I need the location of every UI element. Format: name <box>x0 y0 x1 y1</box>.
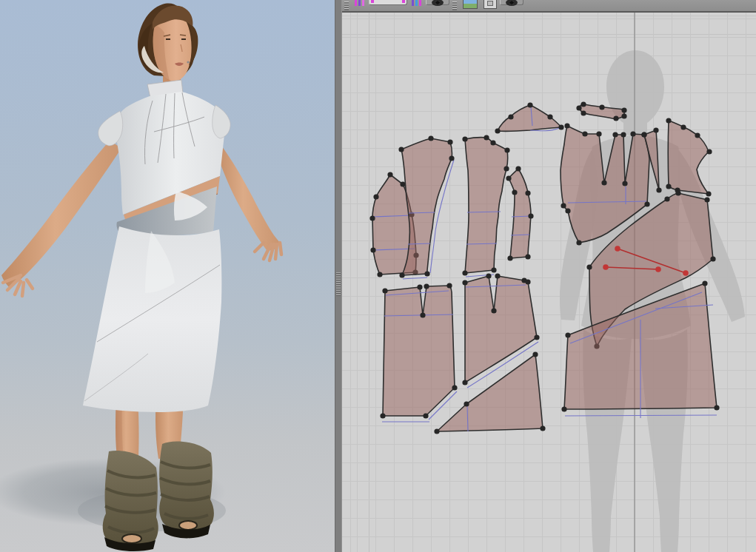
pattern-point[interactable] <box>561 406 566 411</box>
pattern-point[interactable] <box>547 114 552 119</box>
pattern-point[interactable] <box>558 124 563 129</box>
pattern-point[interactable] <box>666 184 671 189</box>
pattern-point[interactable] <box>714 405 719 410</box>
pattern-point[interactable] <box>581 101 586 107</box>
mark-point[interactable] <box>683 270 689 276</box>
pattern-point[interactable] <box>452 385 457 390</box>
pattern-point[interactable] <box>620 132 626 137</box>
pattern-point[interactable] <box>622 181 627 186</box>
pattern-piece-collar-crescent[interactable] <box>495 102 563 133</box>
pattern-point[interactable] <box>504 147 509 152</box>
pattern-point[interactable] <box>564 123 569 128</box>
pattern-point[interactable] <box>656 187 661 192</box>
pattern-point[interactable] <box>599 104 604 110</box>
pattern-point[interactable] <box>373 194 378 199</box>
pattern-point[interactable] <box>491 267 496 272</box>
pattern-point[interactable] <box>706 191 711 196</box>
pattern-point[interactable] <box>369 215 375 221</box>
pattern-piece-back-bodice-right[interactable] <box>666 118 712 196</box>
pattern-point[interactable] <box>423 413 428 418</box>
pattern-canvas[interactable] <box>342 13 756 552</box>
pattern-point[interactable] <box>462 270 467 275</box>
pattern-point[interactable] <box>710 256 715 261</box>
pattern-tool-group-a[interactable] <box>352 0 367 5</box>
mark-point[interactable] <box>603 264 609 270</box>
pattern-point[interactable] <box>462 280 467 285</box>
3d-viewport[interactable] <box>0 0 335 552</box>
pattern-point[interactable] <box>399 272 404 277</box>
pattern-point[interactable] <box>428 135 433 141</box>
pattern-point[interactable] <box>664 196 669 201</box>
pattern-point[interactable] <box>417 284 422 289</box>
pattern-point[interactable] <box>490 140 495 145</box>
active-tool-button[interactable] <box>369 0 407 5</box>
pattern-point[interactable] <box>449 155 454 161</box>
splitter-grip-icon[interactable] <box>336 272 341 296</box>
pattern-point[interactable] <box>666 118 671 123</box>
pattern-point[interactable] <box>653 127 658 132</box>
piece-outline[interactable] <box>465 138 508 273</box>
pattern-point[interactable] <box>528 213 533 218</box>
pattern-piece-skirt-front-left[interactable] <box>380 283 457 422</box>
pattern-point[interactable] <box>582 131 587 136</box>
pattern-point[interactable] <box>380 413 385 418</box>
piece-outline[interactable] <box>401 138 452 275</box>
pattern-point[interactable] <box>702 280 707 286</box>
view-splitter[interactable] <box>335 0 342 552</box>
pattern-tool-group-b[interactable] <box>409 0 424 5</box>
pattern-piece-side-front-right[interactable] <box>506 166 533 260</box>
pattern-point[interactable] <box>491 308 496 313</box>
pattern-point[interactable] <box>621 113 626 118</box>
pattern-point[interactable] <box>508 114 513 119</box>
panel-window-button[interactable] <box>481 0 498 5</box>
pattern-point[interactable] <box>675 190 680 195</box>
pattern-point[interactable] <box>398 147 404 152</box>
pattern-point[interactable] <box>641 132 646 137</box>
pattern-point[interactable] <box>532 351 538 357</box>
pattern-point[interactable] <box>447 139 452 144</box>
pattern-point[interactable] <box>601 180 606 185</box>
pattern-point[interactable] <box>565 208 570 213</box>
pattern-point[interactable] <box>525 190 530 195</box>
pattern-point[interactable] <box>434 428 439 434</box>
pattern-point[interactable] <box>424 283 429 289</box>
pattern-point[interactable] <box>515 166 521 171</box>
pattern-point[interactable] <box>630 131 635 136</box>
pattern-point[interactable] <box>576 240 581 245</box>
pattern-point[interactable] <box>704 197 709 202</box>
piece-outline[interactable] <box>383 286 455 416</box>
pattern-point[interactable] <box>462 380 467 385</box>
pattern-point[interactable] <box>387 172 392 177</box>
texture-thumbnail-button[interactable] <box>460 0 479 5</box>
pattern-point[interactable] <box>382 288 387 293</box>
show-toggle-2d[interactable] <box>426 0 449 5</box>
pattern-point[interactable] <box>370 247 375 252</box>
pattern-point[interactable] <box>561 203 566 208</box>
pattern-point[interactable] <box>525 279 530 284</box>
pattern-point[interactable] <box>586 264 592 269</box>
pattern-point[interactable] <box>706 149 712 154</box>
pattern-point[interactable] <box>495 273 500 278</box>
pattern-point[interactable] <box>644 201 649 206</box>
mark-point[interactable] <box>655 266 661 272</box>
pattern-point[interactable] <box>680 124 686 129</box>
pattern-point[interactable] <box>486 273 491 278</box>
show-toggle-avatar[interactable] <box>500 0 523 5</box>
pattern-point[interactable] <box>576 105 581 110</box>
pattern-point[interactable] <box>596 131 601 136</box>
pattern-point[interactable] <box>504 166 509 171</box>
pattern-point[interactable] <box>540 425 545 431</box>
pattern-point[interactable] <box>507 255 512 260</box>
pattern-point[interactable] <box>621 107 626 112</box>
pattern-point[interactable] <box>424 271 429 276</box>
pattern-point[interactable] <box>512 189 517 195</box>
pattern-point[interactable] <box>581 110 586 115</box>
pattern-point[interactable] <box>495 128 500 133</box>
pattern-point[interactable] <box>695 132 700 138</box>
pattern-point[interactable] <box>420 312 425 317</box>
pattern-piece-center-front-right[interactable] <box>462 135 509 277</box>
pattern-point[interactable] <box>534 334 539 340</box>
mark-point[interactable] <box>615 246 620 252</box>
piece-outline[interactable] <box>668 121 709 194</box>
pattern-point[interactable] <box>462 136 467 141</box>
